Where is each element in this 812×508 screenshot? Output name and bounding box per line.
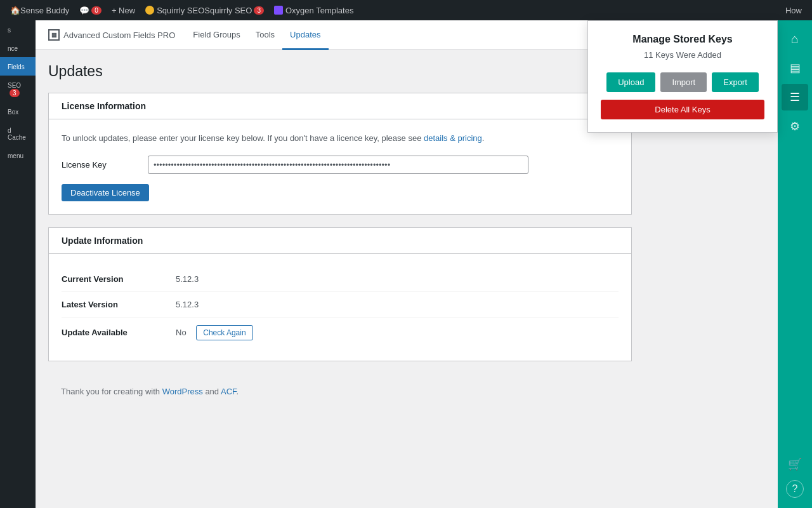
sidebar-item-s[interactable]: s bbox=[0, 20, 36, 39]
license-key-label: License Key bbox=[62, 160, 138, 170]
table-row: Current Version 5.12.3 bbox=[62, 267, 619, 292]
license-section-body: To unlock updates, please enter your lic… bbox=[49, 119, 631, 214]
sidebar-item-box[interactable]: Box bbox=[0, 102, 36, 121]
page-footer: Thank you for creating with WordPress an… bbox=[48, 374, 632, 409]
page-content: Updates License Information To unlock up… bbox=[36, 50, 645, 434]
rs-page[interactable]: ▤ bbox=[782, 55, 808, 81]
rs-database[interactable]: ☰ bbox=[782, 84, 808, 110]
nav-field-groups[interactable]: Field Groups bbox=[185, 21, 247, 50]
sidebar-item-fields[interactable]: Fields bbox=[0, 57, 36, 76]
squirrly-badge: 3 bbox=[254, 6, 264, 15]
check-again-button[interactable]: Check Again bbox=[196, 325, 252, 340]
home-icon: 🏠 bbox=[10, 6, 20, 15]
plugin-logo-text: Advanced Custom Fields PRO bbox=[63, 30, 175, 40]
rs-cart[interactable]: 🛒 bbox=[782, 451, 808, 478]
details-pricing-link[interactable]: details & pricing bbox=[424, 133, 482, 143]
sidebar-item-menu[interactable]: menu bbox=[0, 146, 36, 164]
update-section-body: Current Version 5.12.3 Latest Version 5.… bbox=[49, 254, 631, 361]
current-version-value: 5.12.3 bbox=[176, 267, 619, 292]
squirrly-label: Squirrly SEO bbox=[157, 6, 204, 15]
update-available-label: Update Available bbox=[62, 317, 176, 348]
oxygen-icon bbox=[274, 6, 283, 15]
squirrly-icon bbox=[145, 6, 154, 15]
current-version-label: Current Version bbox=[62, 267, 176, 292]
admin-bar-how[interactable]: How bbox=[780, 0, 807, 20]
table-row: Update Available No Check Again bbox=[62, 317, 619, 348]
license-description: To unlock updates, please enter your lic… bbox=[62, 132, 619, 145]
left-sidebar: s nce Fields SEO 3 Box d Cache menu bbox=[0, 20, 36, 508]
nav-updates[interactable]: Updates bbox=[282, 21, 328, 50]
plugin-nav: Field Groups Tools Updates bbox=[185, 21, 328, 50]
page-title: Updates bbox=[48, 63, 632, 80]
nav-tools[interactable]: Tools bbox=[248, 21, 282, 50]
license-section-heading: License Information bbox=[49, 93, 631, 119]
admin-bar-squirrly[interactable]: Squirrly SEOSquirrly SEO 3 bbox=[140, 0, 269, 20]
latest-version-value: 5.12.3 bbox=[176, 291, 619, 317]
new-label: + New bbox=[112, 6, 135, 15]
sense-buddy-label: Sense Buddy bbox=[20, 6, 69, 15]
acf-logo-icon: ▦ bbox=[48, 29, 60, 41]
admin-bar-sense-buddy[interactable]: 🏠 Sense Buddy bbox=[5, 0, 74, 20]
update-section-heading: Update Information bbox=[49, 228, 631, 254]
upload-button[interactable]: Upload bbox=[606, 72, 655, 92]
acf-link[interactable]: ACF bbox=[221, 387, 237, 396]
import-button[interactable]: Import bbox=[660, 72, 707, 92]
sidebar-item-seo[interactable]: SEO 3 bbox=[0, 76, 36, 102]
admin-bar: 🏠 Sense Buddy 💬 0 + New Squirrly SEOSqui… bbox=[0, 0, 812, 20]
sidebar-item-cache[interactable]: d Cache bbox=[0, 121, 36, 146]
deactivate-license-button[interactable]: Deactivate License bbox=[62, 184, 149, 201]
seo-badge: 3 bbox=[10, 89, 20, 97]
admin-bar-new[interactable]: + New bbox=[107, 0, 140, 20]
update-available-value: No Check Again bbox=[176, 317, 619, 348]
update-section: Update Information Current Version 5.12.… bbox=[48, 227, 632, 361]
popup-title: Manage Stored Keys bbox=[601, 34, 764, 45]
admin-bar-oxygen[interactable]: Oxygen Templates bbox=[269, 0, 358, 20]
license-section: License Information To unlock updates, p… bbox=[48, 93, 632, 215]
wordpress-link[interactable]: WordPress bbox=[162, 387, 203, 396]
export-button[interactable]: Export bbox=[712, 72, 759, 92]
oxygen-label: Oxygen Templates bbox=[285, 6, 353, 15]
table-row: Latest Version 5.12.3 bbox=[62, 291, 619, 317]
license-key-input[interactable] bbox=[148, 156, 528, 174]
comment-icon: 💬 bbox=[79, 6, 89, 15]
plugin-logo: ▦ Advanced Custom Fields PRO bbox=[48, 20, 175, 50]
delete-all-keys-button[interactable]: Delete All Keys bbox=[601, 100, 764, 119]
update-info-table: Current Version 5.12.3 Latest Version 5.… bbox=[62, 267, 619, 348]
right-sidebar: ⌂ ▤ ☰ ⚙ 🛒 ? bbox=[778, 20, 812, 508]
popup-subtitle: 11 Keys Were Added bbox=[601, 50, 764, 60]
rs-home[interactable]: ⌂ bbox=[782, 25, 808, 52]
admin-bar-comments[interactable]: 💬 0 bbox=[74, 0, 107, 20]
rs-help[interactable]: ? bbox=[786, 480, 804, 498]
how-label: How bbox=[785, 6, 802, 15]
popup-action-buttons: Upload Import Export bbox=[601, 72, 764, 92]
sidebar-item-nce[interactable]: nce bbox=[0, 39, 36, 57]
manage-keys-popup: Manage Stored Keys 11 Keys Were Added Up… bbox=[587, 20, 778, 133]
rs-settings[interactable]: ⚙ bbox=[782, 113, 808, 140]
license-key-row: License Key bbox=[62, 156, 619, 174]
comments-badge: 0 bbox=[91, 6, 102, 15]
latest-version-label: Latest Version bbox=[62, 291, 176, 317]
